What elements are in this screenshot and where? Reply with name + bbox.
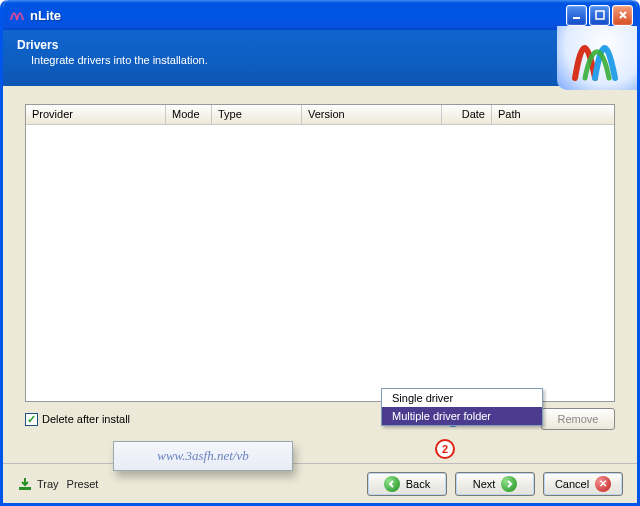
content-area: Provider Mode Type Version Date Path ✓ D…	[3, 86, 637, 440]
next-button[interactable]: Next	[455, 472, 535, 496]
back-label: Back	[406, 478, 430, 490]
minimize-button[interactable]	[566, 5, 587, 26]
cancel-label: Cancel	[555, 478, 589, 490]
tray-label: Tray	[37, 478, 59, 490]
app-icon	[9, 7, 25, 23]
window-title: nLite	[30, 8, 566, 23]
window-controls	[566, 5, 633, 26]
annotation-step-badge: 2	[435, 439, 455, 459]
maximize-button[interactable]	[589, 5, 610, 26]
menu-item-multiple-driver-folder[interactable]: Multiple driver folder	[382, 407, 542, 425]
svg-rect-0	[573, 17, 580, 19]
col-path[interactable]: Path	[492, 105, 614, 124]
col-provider[interactable]: Provider	[26, 105, 166, 124]
insert-context-menu: Single driver Multiple driver folder	[381, 388, 543, 426]
col-date[interactable]: Date	[442, 105, 492, 124]
col-type[interactable]: Type	[212, 105, 302, 124]
check-icon: ✓	[25, 413, 38, 426]
col-version[interactable]: Version	[302, 105, 442, 124]
cancel-button[interactable]: Cancel ✕	[543, 472, 623, 496]
delete-after-install-checkbox[interactable]: ✓ Delete after install	[25, 413, 130, 426]
page-title: Drivers	[17, 38, 623, 52]
titlebar[interactable]: nLite	[3, 0, 637, 30]
page-subtitle: Integrate drivers into the installation.	[31, 54, 623, 66]
insert-remove-group: Remove Single driver Multiple driver fol…	[467, 408, 615, 430]
page-header: Drivers Integrate drivers into the insta…	[3, 30, 637, 86]
arrow-left-icon	[384, 476, 400, 492]
table-header-row: Provider Mode Type Version Date Path	[26, 105, 614, 125]
watermark-label: www.3asfh.net/vb	[113, 441, 293, 471]
window: nLite Drivers Integrate drivers into the…	[0, 0, 640, 506]
app-logo	[557, 26, 637, 90]
drivers-table[interactable]: Provider Mode Type Version Date Path	[25, 104, 615, 402]
tray-button[interactable]: Tray	[17, 476, 59, 492]
arrow-right-icon	[501, 476, 517, 492]
remove-button-label: Remove	[558, 413, 599, 425]
preset-label: Preset	[67, 478, 99, 490]
preset-button[interactable]: Preset	[67, 478, 99, 490]
tray-icon	[17, 476, 33, 492]
delete-after-install-label: Delete after install	[42, 413, 130, 425]
close-icon: ✕	[595, 476, 611, 492]
svg-rect-1	[596, 11, 604, 19]
menu-item-single-driver[interactable]: Single driver	[382, 389, 542, 407]
back-button[interactable]: Back	[367, 472, 447, 496]
remove-button[interactable]: Remove	[541, 408, 615, 430]
next-label: Next	[473, 478, 496, 490]
footer-bar: Tray Preset Back Next Cancel ✕	[3, 463, 637, 503]
close-button[interactable]	[612, 5, 633, 26]
table-options-row: ✓ Delete after install ? Remove Single d…	[25, 408, 615, 430]
svg-rect-2	[19, 487, 31, 490]
col-mode[interactable]: Mode	[166, 105, 212, 124]
